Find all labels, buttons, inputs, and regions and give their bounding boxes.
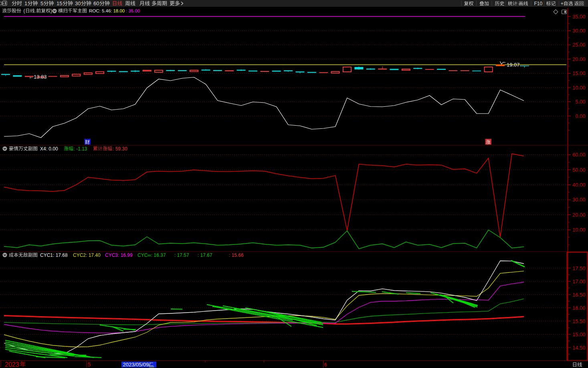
svg-text:0.00: 0.00: [575, 113, 585, 119]
svg-text:35.00: 35.00: [572, 14, 586, 20]
svg-text:: 17.57: : 17.57: [174, 252, 189, 258]
svg-text:15.50: 15.50: [572, 318, 586, 324]
svg-text:17.50: 17.50: [572, 265, 586, 271]
svg-text:: 15.66: : 15.66: [229, 252, 244, 258]
svg-text:15.00: 15.00: [572, 331, 586, 338]
svg-text:15.00: 15.00: [572, 70, 586, 76]
svg-text:): ): [51, 8, 52, 14]
svg-text:40.00: 40.00: [572, 182, 586, 188]
svg-text:5.00: 5.00: [575, 99, 585, 105]
svg-text:5: 5: [40, 0, 43, 6]
svg-text:19.07: 19.07: [507, 62, 520, 68]
svg-text:CYC2: 17.40: CYC2: 17.40: [73, 252, 101, 258]
svg-text:20.00: 20.00: [572, 56, 586, 62]
svg-text:10.00: 10.00: [572, 227, 586, 233]
svg-text:CYC∞: 16.37: CYC∞: 16.37: [137, 252, 166, 258]
svg-text:.: .: [35, 8, 36, 14]
svg-text:30.00: 30.00: [572, 28, 586, 34]
svg-text:F10: F10: [534, 1, 543, 6]
svg-text:2023/05/09/: 2023/05/09/: [123, 362, 151, 368]
svg-text:16.00: 16.00: [572, 305, 586, 311]
svg-text:60: 60: [93, 0, 99, 6]
svg-text:60.00: 60.00: [572, 152, 586, 158]
svg-text:17.00: 17.00: [572, 279, 586, 285]
svg-text:25.00: 25.00: [572, 42, 586, 48]
svg-text:1: 1: [24, 0, 27, 6]
svg-text:: 17.67: : 17.67: [198, 252, 212, 258]
svg-text:: 59.30: : 59.30: [113, 146, 127, 152]
svg-text:: -1.13: : -1.13: [74, 146, 87, 152]
svg-text:CYC3: 16.99: CYC3: 16.99: [105, 252, 133, 258]
svg-text:20.00: 20.00: [572, 212, 586, 218]
svg-text:15: 15: [57, 0, 62, 6]
svg-text:: 35.00: : 35.00: [126, 8, 140, 13]
svg-text:2023: 2023: [5, 361, 19, 368]
svg-text:30: 30: [75, 0, 81, 6]
svg-text:(: (: [24, 8, 25, 14]
svg-text:←13.83: ←13.83: [28, 74, 47, 80]
svg-text:10.00: 10.00: [572, 85, 586, 91]
svg-text:5: 5: [88, 361, 91, 368]
svg-text:14.50: 14.50: [572, 345, 586, 351]
svg-text:: 18.00: : 18.00: [111, 8, 125, 13]
svg-text:50.00: 50.00: [572, 167, 586, 173]
svg-text:6: 6: [324, 362, 327, 368]
svg-text:ROC: 5.46: ROC: 5.46: [89, 8, 111, 13]
svg-text:X4: 0.00: X4: 0.00: [40, 146, 58, 152]
svg-text:+: +: [561, 1, 564, 6]
svg-text:30.00: 30.00: [572, 197, 586, 203]
svg-text:16.50: 16.50: [572, 292, 586, 298]
svg-text:CYC1: 17.68: CYC1: 17.68: [40, 252, 68, 258]
